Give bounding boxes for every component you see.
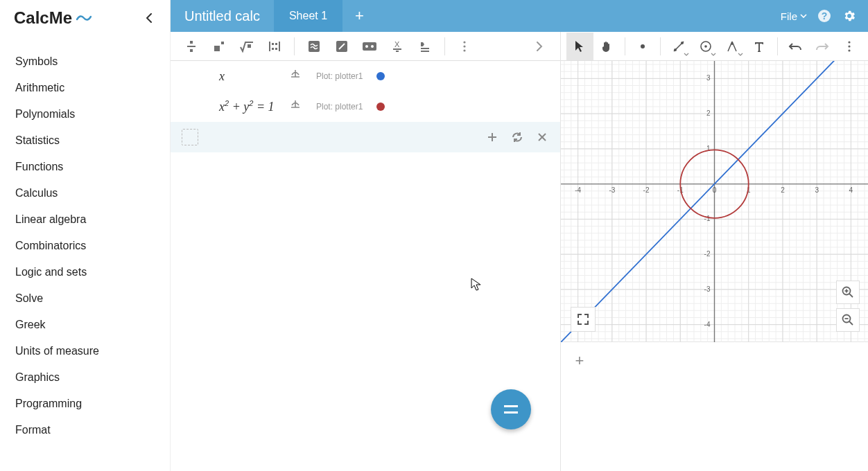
svg-text:4: 4 (849, 186, 853, 194)
sidebar-item-statistics[interactable]: Statistics (0, 127, 170, 154)
expression-row[interactable]: xPlot: plotter1 (171, 61, 560, 91)
svg-rect-11 (275, 43, 277, 45)
plot-icon[interactable] (288, 69, 302, 84)
line-tool[interactable] (665, 33, 692, 60)
zoom-out-button[interactable] (836, 308, 860, 332)
plotter-more-button[interactable] (835, 33, 862, 60)
app-logo: CalcMe (14, 8, 92, 28)
circle-tool[interactable] (692, 33, 719, 60)
graph-area[interactable]: -4-3-2-101234-4-3-2-1123 (561, 61, 868, 342)
exponent-button[interactable] (205, 33, 233, 60)
app-logo-text: CalcMe (14, 8, 72, 28)
svg-point-33 (674, 48, 677, 51)
expression-row[interactable]: x2 + y2 = 1Plot: plotter1 (171, 91, 560, 122)
sidebar-item-solve[interactable]: Solve (0, 285, 170, 312)
svg-text:-3: -3 (704, 285, 711, 293)
svg-point-36 (704, 45, 707, 48)
sidebar-collapse-button[interactable] (141, 10, 157, 26)
settings-button[interactable] (842, 8, 857, 24)
sidebar-item-polynomials[interactable]: Polynomials (0, 101, 170, 127)
svg-rect-23 (421, 51, 429, 52)
construction-tool[interactable] (719, 33, 746, 60)
svg-rect-7 (248, 44, 251, 48)
graph-fullscreen-button[interactable] (571, 307, 596, 332)
main: Untitled calc Sheet 1 + File ? (171, 0, 868, 471)
svg-rect-8 (269, 42, 270, 51)
app-logo-wave-icon (76, 13, 92, 23)
point-tool[interactable] (630, 33, 657, 60)
sidebar-item-calculus[interactable]: Calculus (0, 180, 170, 206)
svg-rect-3 (187, 46, 196, 47)
sidebar-item-symbols[interactable]: Symbols (0, 48, 170, 75)
sidebar-item-logic-and-sets[interactable]: Logic and sets (0, 259, 170, 285)
matrix-button[interactable] (261, 33, 288, 60)
list-button[interactable] (411, 33, 439, 60)
sqrt-button[interactable] (233, 33, 261, 60)
sheet-toolbar-more-button[interactable] (451, 33, 478, 60)
sidebar-item-graphics[interactable]: Graphics (0, 364, 170, 391)
series-color-dot (376, 103, 385, 111)
row-delete-button[interactable] (535, 130, 549, 144)
sidebar-item-units-of-measure[interactable]: Units of measure (0, 338, 170, 364)
redo-button[interactable] (808, 33, 835, 60)
not-equal-button[interactable] (328, 33, 356, 60)
calculate-fab[interactable] (491, 389, 531, 429)
subscript-x-button[interactable]: X (383, 33, 411, 60)
chevron-down-icon (738, 53, 743, 56)
plot-icon[interactable] (288, 99, 302, 114)
sidebar-item-linear-algebra[interactable]: Linear algebra (0, 206, 170, 233)
sidebar-item-format[interactable]: Format (0, 417, 170, 443)
svg-rect-20 (393, 48, 401, 50)
expression-rows: xPlot: plotter1x2 + y2 = 1Plot: plotter1 (171, 61, 560, 471)
svg-point-26 (463, 49, 465, 51)
series-color-dot (376, 72, 385, 80)
svg-rect-9 (279, 42, 280, 51)
sheet-tab[interactable]: Sheet 1 (274, 0, 342, 32)
svg-point-17 (365, 45, 368, 48)
svg-text:3: 3 (815, 186, 819, 194)
pointer-tool[interactable] (566, 33, 593, 60)
help-button[interactable]: ? (817, 8, 832, 24)
svg-rect-16 (363, 42, 376, 51)
cell-placeholder (182, 129, 198, 145)
chevron-down-icon (800, 14, 807, 18)
sidebar-item-combinatorics[interactable]: Combinatorics (0, 233, 170, 259)
fraction-button[interactable] (177, 33, 205, 60)
svg-rect-6 (221, 42, 224, 44)
chevron-down-icon (711, 53, 716, 56)
expression-row-empty[interactable] (171, 122, 560, 152)
sidebar-item-programming[interactable]: Programming (0, 391, 170, 417)
row-refresh-button[interactable] (510, 130, 524, 144)
svg-text:2: 2 (706, 109, 711, 117)
svg-text:-2: -2 (704, 250, 711, 258)
svg-point-31 (641, 44, 645, 48)
doc-title[interactable]: Untitled calc (171, 0, 274, 32)
file-menu[interactable]: File (781, 10, 807, 22)
add-plotter-button[interactable]: + (571, 352, 589, 370)
svg-rect-10 (272, 43, 274, 45)
sidebar: CalcMe SymbolsArithmeticPolynomialsStati… (0, 0, 171, 471)
approx-equal-button[interactable] (300, 33, 328, 60)
svg-line-166 (849, 321, 853, 325)
sheet-toolbar-expand-button[interactable] (526, 33, 553, 60)
svg-rect-21 (396, 51, 399, 52)
zoom-in-button[interactable] (836, 281, 860, 304)
sidebar-item-greek[interactable]: Greek (0, 312, 170, 338)
svg-text:?: ? (822, 10, 828, 21)
text-tool[interactable] (746, 33, 773, 60)
row-add-button[interactable] (485, 130, 499, 144)
sidebar-list: SymbolsArithmeticPolynomialsStatisticsFu… (0, 35, 170, 443)
plot-label: Plot: plotter1 (316, 71, 363, 81)
undo-button[interactable] (782, 33, 809, 60)
svg-point-25 (463, 45, 465, 47)
svg-rect-12 (272, 48, 274, 50)
chevron-down-icon (684, 53, 689, 56)
svg-line-162 (849, 294, 853, 297)
svg-rect-13 (275, 48, 277, 50)
add-sheet-button[interactable]: + (342, 0, 376, 32)
sidebar-item-functions[interactable]: Functions (0, 154, 170, 180)
sidebar-item-arithmetic[interactable]: Arithmetic (0, 75, 170, 101)
hand-tool[interactable] (593, 33, 620, 60)
svg-rect-22 (421, 48, 429, 49)
interval-button[interactable] (356, 33, 383, 60)
